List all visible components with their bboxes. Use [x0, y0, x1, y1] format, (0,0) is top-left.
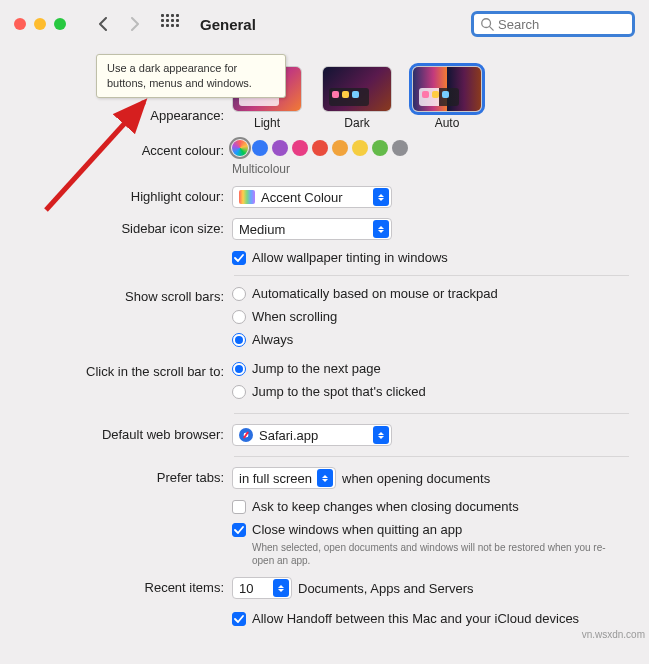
scroll-click-label: Click in the scroll bar to: — [0, 361, 232, 379]
tabs-value: in full screen — [239, 471, 312, 486]
accent-name: Multicolour — [232, 162, 629, 176]
sidebar-size-value: Medium — [239, 222, 285, 237]
recent-label: Recent items: — [0, 577, 232, 595]
scroll-click-radio-label-0: Jump to the next page — [252, 361, 381, 376]
toolbar: General — [0, 0, 649, 48]
back-button[interactable] — [90, 12, 116, 36]
accent-color-2[interactable] — [272, 140, 288, 156]
close-windows-note: When selected, open documents and window… — [252, 541, 612, 567]
accent-label: Accent colour: — [0, 140, 232, 158]
accent-color-0[interactable] — [232, 140, 248, 156]
sidebar-size-label: Sidebar icon size: — [0, 218, 232, 236]
close-windows-checkbox[interactable] — [232, 523, 246, 537]
scroll-bars-label: Show scroll bars: — [0, 286, 232, 304]
minimize-window-button[interactable] — [34, 18, 46, 30]
wallpaper-tint-checkbox[interactable] — [232, 251, 246, 265]
accent-color-7[interactable] — [372, 140, 388, 156]
accent-color-6[interactable] — [352, 140, 368, 156]
browser-select[interactable]: Safari.app — [232, 424, 392, 446]
accent-color-picker — [232, 140, 629, 156]
scroll-bars-radio-label-1: When scrolling — [252, 309, 337, 324]
wallpaper-tint-label: Allow wallpaper tinting in windows — [252, 250, 448, 265]
browser-value: Safari.app — [259, 428, 318, 443]
tabs-select[interactable]: in full screen — [232, 467, 336, 489]
appearance-dark[interactable]: Dark — [322, 66, 392, 130]
safari-icon — [239, 428, 253, 442]
scroll-bars-radio-label-2: Always — [252, 332, 293, 347]
forward-button[interactable] — [122, 12, 148, 36]
scroll-click-radio-1[interactable] — [232, 385, 246, 399]
appearance-light-label: Light — [254, 116, 280, 130]
highlight-swatch-icon — [239, 190, 255, 204]
recent-value: 10 — [239, 581, 253, 596]
window-title: General — [200, 16, 256, 33]
recent-select[interactable]: 10 — [232, 577, 292, 599]
accent-color-1[interactable] — [252, 140, 268, 156]
highlight-value: Accent Colour — [261, 190, 343, 205]
highlight-label: Highlight colour: — [0, 186, 232, 204]
close-window-button[interactable] — [14, 18, 26, 30]
search-input[interactable] — [498, 17, 626, 32]
zoom-window-button[interactable] — [54, 18, 66, 30]
nav-buttons — [90, 12, 148, 36]
traffic-lights — [14, 18, 66, 30]
watermark: vn.wsxdn.com — [582, 629, 645, 640]
accent-color-8[interactable] — [392, 140, 408, 156]
ask-changes-checkbox[interactable] — [232, 500, 246, 514]
sidebar-size-select[interactable]: Medium — [232, 218, 392, 240]
grid-icon — [161, 14, 181, 34]
all-prefs-button[interactable] — [158, 12, 184, 36]
appearance-auto[interactable]: Auto — [412, 66, 482, 130]
ask-changes-label: Ask to keep changes when closing documen… — [252, 499, 519, 514]
handoff-checkbox[interactable] — [232, 612, 246, 626]
scroll-bars-radio-0[interactable] — [232, 287, 246, 301]
search-icon — [480, 17, 494, 31]
search-field[interactable] — [471, 11, 635, 37]
browser-label: Default web browser: — [0, 424, 232, 442]
appearance-dark-label: Dark — [344, 116, 369, 130]
scroll-bars-radio-1[interactable] — [232, 310, 246, 324]
appearance-tooltip: Use a dark appearance for buttons, menus… — [96, 54, 286, 98]
handoff-label: Allow Handoff between this Mac and your … — [252, 611, 579, 626]
highlight-select[interactable]: Accent Colour — [232, 186, 392, 208]
svg-line-1 — [490, 27, 494, 31]
accent-color-4[interactable] — [312, 140, 328, 156]
scroll-bars-radio-label-0: Automatically based on mouse or trackpad — [252, 286, 498, 301]
scroll-click-radio-0[interactable] — [232, 362, 246, 376]
tabs-label: Prefer tabs: — [0, 467, 232, 485]
recent-suffix: Documents, Apps and Servers — [298, 581, 474, 596]
scroll-click-radio-label-1: Jump to the spot that's clicked — [252, 384, 426, 399]
tabs-suffix: when opening documents — [342, 471, 490, 486]
accent-color-5[interactable] — [332, 140, 348, 156]
appearance-auto-label: Auto — [435, 116, 460, 130]
accent-color-3[interactable] — [292, 140, 308, 156]
close-windows-label: Close windows when quitting an app — [252, 522, 462, 537]
scroll-bars-radio-2[interactable] — [232, 333, 246, 347]
